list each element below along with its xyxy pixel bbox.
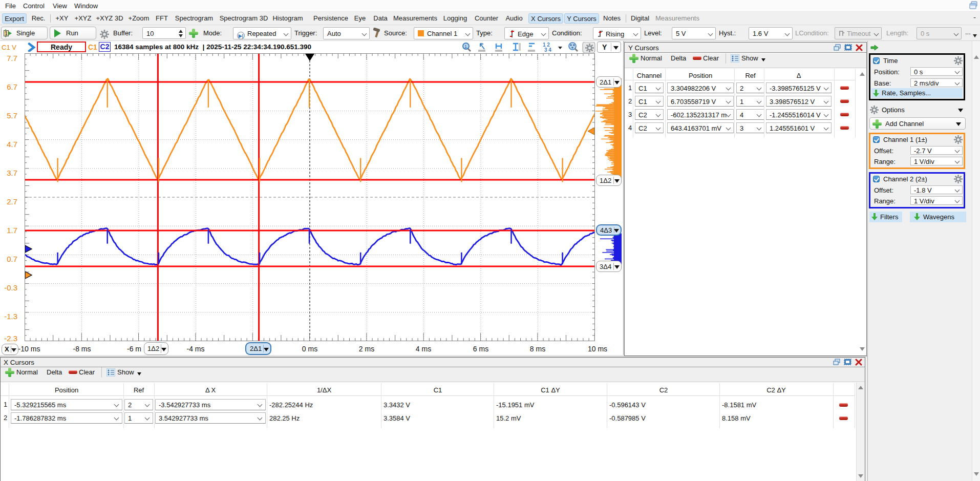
svg-text:3 4: 3 4 [544, 47, 551, 53]
svg-text:1: 1 [464, 44, 467, 49]
